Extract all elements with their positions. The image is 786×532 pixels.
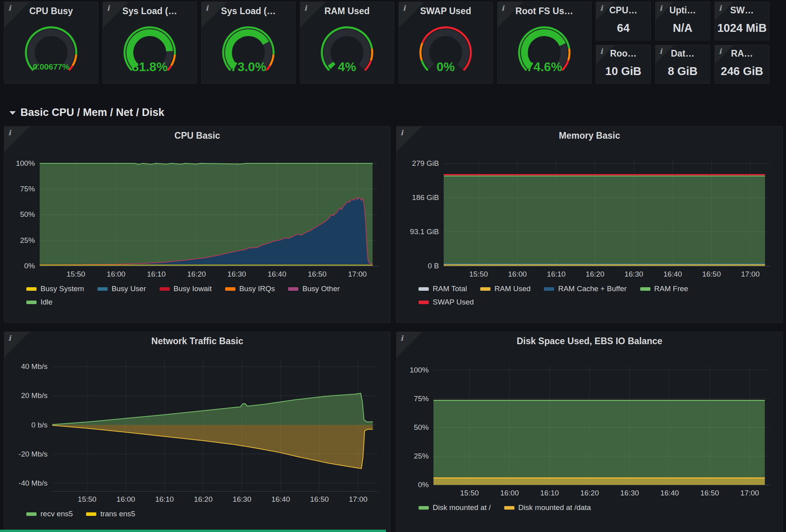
legend-swatch: [480, 287, 490, 291]
info-icon[interactable]: i: [206, 4, 208, 12]
info-icon[interactable]: i: [304, 4, 307, 12]
legend-item[interactable]: RAM Used: [480, 284, 531, 293]
legend-item[interactable]: Busy User: [97, 284, 146, 293]
panel-title[interactable]: SWAP Used: [399, 4, 492, 18]
x-tick-label: 16:50: [310, 495, 329, 504]
gauge-ram-used: 4%: [300, 18, 394, 83]
gauge-cpu-busy: 0.00677%: [4, 18, 98, 83]
legend-item[interactable]: RAM Free: [640, 284, 689, 293]
info-icon[interactable]: i: [8, 128, 11, 137]
x-axis-labels: 15:5016:0016:1016:2016:3016:4016:5017:00: [433, 485, 770, 499]
y-tick-label: -20 Mb/s: [18, 450, 48, 459]
x-tick-label: 15:50: [66, 270, 85, 279]
cpu-basic-plot[interactable]: [40, 159, 378, 266]
x-tick-label: 16:30: [624, 270, 643, 279]
panel-cpu-busy: i CPU Busy 0.00677%: [4, 2, 98, 84]
panel-ram-used: i RAM Used 4%: [300, 2, 394, 84]
legend-swatch: [225, 287, 235, 291]
legend-item[interactable]: trans ens5: [86, 510, 135, 518]
panel-title[interactable]: Root FS Us…: [498, 4, 591, 18]
info-icon[interactable]: i: [403, 4, 406, 12]
legend-label: Disk mounted at /: [433, 503, 491, 512]
info-icon[interactable]: i: [719, 47, 722, 55]
x-tick-label: 17:00: [740, 489, 759, 497]
panel-title[interactable]: Sys Load (…: [103, 4, 196, 18]
legend: Disk mounted at /Disk mounted at /data: [419, 501, 779, 514]
x-tick-label: 16:40: [271, 495, 290, 504]
disk-space-plot[interactable]: [433, 364, 770, 485]
y-tick-label: 50%: [414, 423, 429, 432]
y-tick-label: 0 b/s: [31, 421, 48, 429]
legend-item[interactable]: Busy Iowait: [160, 284, 212, 293]
info-icon[interactable]: i: [719, 4, 722, 12]
legend-item[interactable]: Disk mounted at /data: [504, 503, 591, 512]
x-tick-label: 16:40: [268, 270, 286, 279]
y-tick-label: 50%: [20, 210, 35, 219]
panel-disk-space-ebs-io: i Disk Space Used, EBS IO Balance 0%25%5…: [396, 332, 783, 532]
panel-network-traffic-basic: i Network Traffic Basic -40 Mb/s-20 Mb/s…: [4, 332, 391, 532]
y-tick-label: 186 GiB: [412, 193, 439, 202]
info-icon[interactable]: i: [8, 334, 11, 342]
info-icon[interactable]: i: [501, 4, 504, 12]
panel-swap-total: i SW… 1024 MiB: [714, 2, 769, 40]
x-tick-label: 16:00: [500, 489, 519, 497]
info-icon[interactable]: i: [659, 47, 662, 55]
stat-value: N/A: [656, 16, 710, 40]
info-icon[interactable]: i: [107, 4, 110, 12]
svg-text:0%: 0%: [437, 60, 455, 74]
legend-item[interactable]: Busy System: [26, 284, 84, 293]
network-traffic-plot[interactable]: [52, 359, 378, 492]
legend-item[interactable]: Busy Other: [288, 284, 340, 293]
panel-title[interactable]: Roo…: [596, 48, 650, 59]
panel-title[interactable]: Upti…: [656, 4, 710, 16]
svg-text:4%: 4%: [338, 60, 356, 74]
legend-item[interactable]: RAM Cache + Buffer: [544, 284, 626, 293]
panel-cpu-cores: i CPU… 64: [596, 2, 651, 40]
panel-title[interactable]: Disk Space Used, EBS IO Balance: [400, 335, 779, 347]
section-header-basic-cpu-mem-net-disk[interactable]: Basic CPU / Mem / Net / Disk: [9, 105, 783, 120]
panel-title[interactable]: Sys Load (…: [202, 4, 295, 18]
info-icon[interactable]: i: [8, 4, 11, 12]
panel-title[interactable]: RA…: [715, 48, 769, 59]
panel-title[interactable]: RAM Used: [300, 4, 394, 18]
legend-item[interactable]: SWAP Used: [419, 298, 474, 306]
panel-title[interactable]: CPU…: [596, 4, 650, 16]
x-tick-label: 17:00: [348, 270, 367, 279]
legend-label: Busy Other: [302, 284, 340, 293]
legend-item[interactable]: Idle: [26, 298, 53, 306]
info-icon[interactable]: i: [400, 334, 403, 342]
y-tick-label: 25%: [20, 236, 35, 245]
info-icon[interactable]: i: [400, 128, 403, 137]
memory-basic-plot[interactable]: [444, 159, 770, 266]
panel-title[interactable]: CPU Busy: [4, 4, 98, 18]
legend-item[interactable]: Busy IRQs: [225, 284, 275, 293]
legend: recv ens5trans ens5: [26, 507, 386, 521]
legend-swatch: [160, 287, 170, 291]
svg-text:0.00677%: 0.00677%: [33, 62, 69, 71]
legend-item[interactable]: Disk mounted at /: [419, 503, 491, 512]
x-axis-labels: 15:5016:0016:1016:2016:3016:4016:5017:00: [444, 266, 770, 281]
legend-item[interactable]: RAM Total: [419, 284, 467, 293]
panel-title[interactable]: Memory Basic: [400, 130, 779, 141]
stat-value: 10 GiB: [596, 59, 650, 83]
legend-label: Busy System: [40, 284, 84, 293]
legend-label: RAM Used: [494, 284, 531, 293]
legend-label: RAM Free: [654, 284, 689, 293]
legend-item[interactable]: recv ens5: [26, 510, 73, 518]
panel-title[interactable]: CPU Basic: [8, 130, 386, 141]
panel-title[interactable]: Network Traffic Basic: [8, 335, 386, 347]
panel-title[interactable]: Dat…: [656, 48, 710, 59]
gauge-swap-used: 0%: [399, 18, 492, 83]
info-icon[interactable]: i: [600, 4, 603, 12]
y-tick-label: 0%: [24, 262, 35, 270]
svg-text:73.0%: 73.0%: [231, 60, 266, 74]
legend-swatch: [544, 287, 554, 291]
panel-title[interactable]: SW…: [715, 4, 769, 16]
x-tick-label: 16:20: [580, 489, 599, 497]
y-tick-label: 20 Mb/s: [21, 391, 48, 400]
y-tick-label: -40 Mb/s: [18, 479, 48, 488]
info-icon[interactable]: i: [659, 4, 662, 12]
x-tick-label: 16:30: [620, 489, 639, 497]
info-icon[interactable]: i: [600, 47, 603, 55]
x-tick-label: 16:00: [116, 495, 135, 504]
